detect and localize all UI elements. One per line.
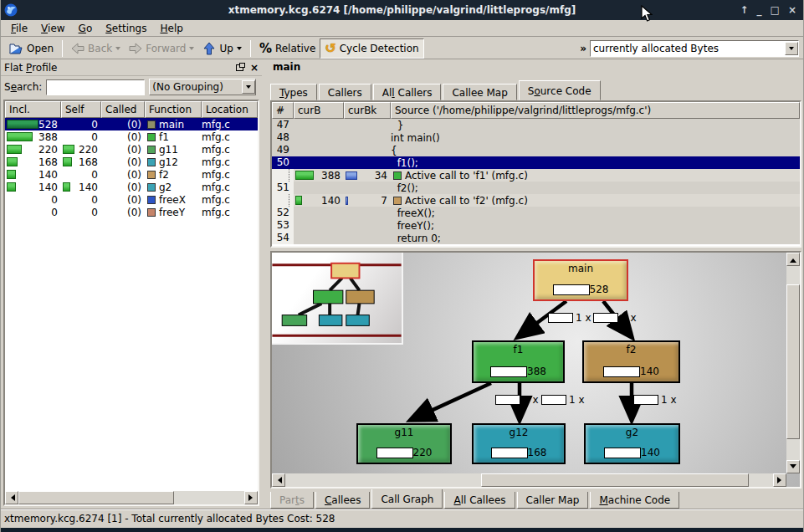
forward-dropdown-icon[interactable] xyxy=(189,47,194,53)
source-line-row[interactable]: 51 f2(); xyxy=(272,182,800,194)
table-row[interactable]: 00(0)freeXmfg.c xyxy=(5,193,258,206)
table-row[interactable]: 220220(0)g11mfg.c xyxy=(5,143,258,156)
tab-machine-code[interactable]: Machine Code xyxy=(590,492,679,509)
splitter[interactable] xyxy=(262,59,269,509)
graph-vscrollbar[interactable] xyxy=(786,253,800,473)
source-line-row[interactable]: 50 f1(); xyxy=(272,156,800,169)
event-type-value: currently allocated Bytes xyxy=(591,43,785,54)
dock-close-icon[interactable]: × xyxy=(250,62,259,74)
column-header-called[interactable]: Called xyxy=(101,101,145,118)
tab-caller-map[interactable]: Caller Map xyxy=(517,492,589,509)
column-header-location[interactable]: Location xyxy=(202,101,258,118)
scroll-thumb[interactable] xyxy=(18,491,174,504)
source-line-row[interactable]: 53 freeY(); xyxy=(272,219,800,232)
forward-button[interactable]: Forward xyxy=(125,38,198,59)
graph-node-main[interactable]: main528 xyxy=(533,259,628,301)
graph-node-f2[interactable]: f2140 xyxy=(582,340,680,383)
menu-help[interactable]: Help xyxy=(153,21,189,36)
menu-go[interactable]: Go xyxy=(72,21,100,36)
tab-callees[interactable]: Callees xyxy=(315,492,370,509)
source-column-header[interactable]: Source ('/home/philippe/valgrind/littlep… xyxy=(391,102,800,119)
up-icon xyxy=(202,42,216,55)
dock-title-bar[interactable]: Flat Profile × xyxy=(1,59,262,76)
scroll-up-button[interactable] xyxy=(786,253,800,266)
graph-hscrollbar[interactable] xyxy=(272,473,786,487)
graph-node-f1[interactable]: f1388 xyxy=(472,340,565,383)
table-row[interactable]: 5280(0)mainmfg.c xyxy=(5,118,258,130)
column-header-incl[interactable]: Incl. xyxy=(5,101,61,118)
scroll-left-button[interactable] xyxy=(272,473,285,487)
incl-value: 220 xyxy=(22,144,61,156)
close-button[interactable]: × xyxy=(788,4,796,16)
source-line-row[interactable]: 47 } xyxy=(272,119,800,131)
table-row[interactable]: 00(0)freeYmfg.c xyxy=(5,206,258,218)
source-call-row[interactable]: 38834Active call to 'f1' (mfg.c) xyxy=(272,169,800,182)
function-name: g11 xyxy=(159,144,178,156)
tab-call-graph[interactable]: Call Graph xyxy=(371,489,443,509)
table-row[interactable]: 168168(0)g12mfg.c xyxy=(5,156,258,168)
source-line-row[interactable]: 49{ xyxy=(272,144,800,156)
toolbar-overflow-chevron[interactable]: » xyxy=(576,43,590,54)
search-input[interactable] xyxy=(46,79,145,95)
tab-all-callers[interactable]: All Callers xyxy=(373,84,442,100)
scroll-left-button[interactable] xyxy=(5,491,18,504)
shade-button[interactable]: ↑ xyxy=(740,4,749,16)
incl-cell: 0 xyxy=(5,206,61,218)
up-button[interactable]: Up xyxy=(198,38,245,59)
back-button[interactable]: Back xyxy=(67,38,125,59)
event-type-combo[interactable]: currently allocated Bytes xyxy=(590,40,799,57)
table-row[interactable]: 3880(0)f1mfg.c xyxy=(5,130,258,143)
scroll-thumb[interactable] xyxy=(786,284,800,439)
called-cell: (0) xyxy=(101,119,145,130)
maximize-button[interactable]: □ xyxy=(771,4,780,16)
scroll-right-button[interactable] xyxy=(773,473,786,487)
scroll-down-button[interactable] xyxy=(786,460,800,473)
event-type-combo-arrow[interactable] xyxy=(785,42,798,55)
scroll-right-button[interactable] xyxy=(244,491,258,504)
graph-node-g11[interactable]: g11220 xyxy=(356,423,452,464)
up-dropdown-icon[interactable] xyxy=(237,47,242,53)
table-row[interactable]: 140140(0)g2mfg.c xyxy=(5,181,258,193)
back-dropdown-icon[interactable] xyxy=(115,47,120,53)
source-line-row[interactable]: 54 return 0; xyxy=(272,232,800,244)
tab-source-code[interactable]: Source Code xyxy=(519,80,601,100)
tab-types[interactable]: Types xyxy=(270,84,317,100)
source-call-row[interactable]: 1407Active call to 'f2' (mfg.c) xyxy=(272,194,800,207)
source-header: #curBcurBkSource ('/home/philippe/valgri… xyxy=(272,102,800,119)
function-color-swatch xyxy=(147,146,156,154)
call-graph-area[interactable]: main528f1388f2140g11220g12168g21401 x1 x… xyxy=(272,253,800,487)
grouping-value: (No Grouping) xyxy=(150,81,242,93)
incl-bar xyxy=(7,182,16,192)
minimize-button[interactable]: _ xyxy=(757,4,762,16)
grouping-combo[interactable]: (No Grouping) xyxy=(149,79,256,95)
source-text: int main() xyxy=(391,132,800,144)
dock-float-icon[interactable] xyxy=(236,64,243,71)
line-number: 52 xyxy=(272,207,294,219)
relative-button[interactable]: % Relative xyxy=(255,38,320,59)
table-row[interactable]: 1400(0)f2mfg.c xyxy=(5,168,258,181)
source-line-row[interactable]: 52 freeX(); xyxy=(272,207,800,219)
scroll-thumb[interactable] xyxy=(481,473,749,487)
column-header-self[interactable]: Self xyxy=(61,101,101,118)
source-line-row[interactable]: 48int main() xyxy=(272,131,800,144)
tab-callers[interactable]: Callers xyxy=(319,84,371,100)
graph-node-g2[interactable]: g2140 xyxy=(584,423,680,464)
open-button[interactable]: Open xyxy=(4,38,58,59)
cycle-detection-button[interactable]: ↺ Cycle Detection xyxy=(320,38,423,59)
function-color-swatch xyxy=(147,120,156,129)
call-line-icon xyxy=(289,169,289,182)
column-header-function[interactable]: Function xyxy=(145,101,202,118)
menu-settings[interactable]: Settings xyxy=(99,21,153,36)
menu-file[interactable]: File xyxy=(4,21,34,36)
source-column-header[interactable]: # xyxy=(272,102,294,119)
source-column-header[interactable]: curBk xyxy=(344,102,391,119)
tab-callee-map[interactable]: Callee Map xyxy=(443,84,516,100)
graph-node-g12[interactable]: g12168 xyxy=(472,423,566,464)
tab-all-callees[interactable]: All Callees xyxy=(444,492,515,509)
flat-profile-hscrollbar[interactable] xyxy=(5,491,258,504)
line-number: 47 xyxy=(272,119,294,131)
source-column-header[interactable]: curB xyxy=(294,102,344,119)
menu-view[interactable]: View xyxy=(34,21,71,36)
grouping-combo-arrow[interactable] xyxy=(242,80,255,94)
graph-overview-map[interactable] xyxy=(272,253,403,345)
